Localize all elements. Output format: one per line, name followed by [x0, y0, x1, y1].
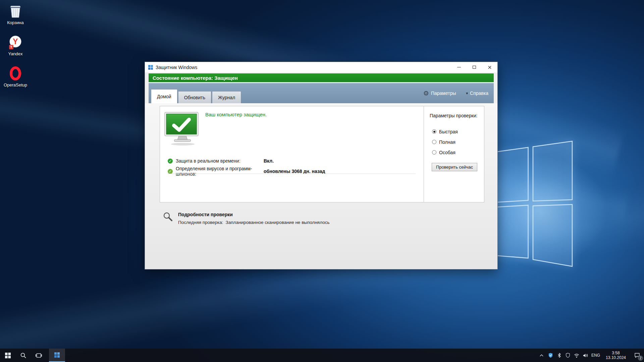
task-view-button[interactable] [31, 349, 46, 362]
windows-logo-wallpaper [494, 138, 573, 269]
scan-options-title: Параметры проверки: [430, 113, 481, 118]
check-circle-icon: ✓ [168, 159, 173, 164]
definitions-row: ✓ Определения вирусов и программ-шпионов… [168, 166, 416, 177]
tab-home[interactable]: Домой [151, 89, 177, 103]
radio-label: Особая [439, 150, 455, 155]
row-value: Вкл. [264, 158, 274, 164]
language-code: ENG [591, 353, 600, 358]
shield-outline-icon [566, 353, 570, 358]
tab-label: Журнал [218, 95, 235, 100]
clock-time: 3:58 [612, 351, 620, 355]
tray-defender-button[interactable] [564, 349, 572, 362]
system-tray: ENG 3:58 13.10.2024 2 [537, 349, 644, 362]
protection-rows: ✓ Защита в реальном времени: Вкл. ✓ Опре… [168, 158, 416, 179]
svg-text:Y: Y [10, 45, 12, 49]
radio-quick-scan[interactable]: Быстрая [432, 126, 481, 137]
radio-label: Быстрая [439, 129, 458, 134]
last-scan-value: Запланированное сканирование не выполнял… [226, 220, 330, 225]
windows-start-icon [5, 353, 11, 358]
minimize-button[interactable] [451, 62, 467, 72]
start-button[interactable] [0, 349, 15, 362]
tray-security-center-button[interactable] [546, 349, 555, 362]
notification-badge: 2 [638, 356, 643, 361]
chevron-down-icon: ▾ [466, 91, 468, 96]
radio-icon [432, 140, 436, 144]
radio-icon [432, 129, 436, 134]
window-title: Защитник Windows [156, 65, 197, 70]
titlebar[interactable]: Защитник Windows [145, 62, 497, 72]
taskbar-defender-app-button[interactable] [49, 349, 65, 362]
close-button[interactable] [482, 62, 497, 72]
settings-label: Параметры [431, 90, 456, 96]
row-label: Защита в реальном времени: [176, 158, 264, 164]
window-content: Ваш компьютер защищен. ✓ Защита в реальн… [145, 103, 497, 269]
radio-label: Полная [439, 139, 455, 145]
taskbar: ENG 3:58 13.10.2024 2 [0, 349, 644, 362]
wifi-icon [574, 353, 579, 358]
computer-protected-message: Ваш компьютер защищен. [205, 112, 267, 117]
definitions-status-icon: ✓ [168, 169, 173, 174]
desktop-icon-label: Корзина [1, 20, 30, 25]
gear-icon: ⚙ [423, 90, 429, 97]
defender-window: Защитник Windows Состояние компьютера: З… [145, 62, 498, 269]
desktop-icon-opera-setup[interactable]: OperaSetup [1, 65, 30, 87]
last-scan-line: Последняя проверка: Запланированное скан… [178, 220, 330, 225]
protection-status-text: Состояние компьютера: Защищен [153, 75, 238, 81]
protection-status-banner: Состояние компьютера: Защищен [149, 73, 494, 82]
desktop-icon-recycle-bin[interactable]: Корзина [1, 3, 30, 25]
help-label: Справка [470, 90, 488, 96]
status-pane: Ваш компьютер защищен. ✓ Защита в реальн… [160, 106, 424, 202]
desktop-icons: Корзина Y Y Yandex OperaSetup [1, 3, 32, 96]
tab-update[interactable]: Обновить [178, 91, 211, 103]
row-value: обновлены 3068 дн. назад [264, 169, 325, 174]
realtime-protection-row: ✓ Защита в реальном времени: Вкл. [168, 158, 416, 164]
desktop: Корзина Y Y Yandex OperaSetup [0, 0, 644, 362]
settings-menu-button[interactable]: ⚙ Параметры [423, 90, 456, 97]
search-icon [20, 353, 26, 358]
scan-now-button[interactable]: Проверить сейчас [432, 163, 477, 171]
protected-monitor-icon [164, 112, 200, 147]
recycle-bin-icon [1, 3, 30, 19]
svg-text:Y: Y [13, 37, 18, 46]
radio-icon [432, 150, 436, 155]
window-controls [451, 62, 497, 72]
security-shield-icon [548, 353, 553, 358]
taskbar-clock[interactable]: 3:58 13.10.2024 [602, 349, 630, 362]
scan-details-title: Подробности проверки [178, 212, 330, 217]
tray-network-button[interactable] [572, 349, 581, 362]
maximize-button[interactable] [467, 62, 482, 72]
action-center-button[interactable]: 2 [630, 349, 644, 362]
strip-actions: ⚙ Параметры ▾ Справка [423, 83, 488, 103]
opera-icon [1, 65, 30, 81]
tray-overflow-button[interactable] [537, 349, 546, 362]
language-indicator[interactable]: ENG [590, 349, 602, 362]
tab-strip: Домой Обновить Журнал ⚙ Параметры ▾ Спра… [149, 83, 494, 103]
defender-app-icon [148, 65, 153, 70]
scan-details-text: Подробности проверки Последняя проверка:… [178, 211, 330, 225]
scan-options-list: Быстрая Полная Особая [430, 126, 481, 158]
radio-full-scan[interactable]: Полная [432, 137, 481, 147]
radio-custom-scan[interactable]: Особая [432, 147, 481, 158]
desktop-icon-label: Yandex [1, 51, 30, 56]
divider [168, 174, 416, 174]
magnifier-icon [163, 211, 174, 225]
defender-app-icon [54, 352, 60, 358]
tray-bluetooth-button[interactable] [555, 349, 564, 362]
task-view-icon [36, 353, 42, 358]
row-label: Определения вирусов и программ-шпионов: [176, 166, 264, 177]
scan-options-pane: Параметры проверки: Быстрая Полная Ос [424, 106, 484, 202]
close-icon [488, 65, 492, 69]
tab-label: Домой [157, 94, 171, 99]
yandex-icon: Y Y [1, 34, 30, 50]
clock-date: 13.10.2024 [606, 355, 626, 360]
desktop-icon-yandex[interactable]: Y Y Yandex [1, 34, 30, 56]
status-panel: Ваш компьютер защищен. ✓ Защита в реальн… [160, 106, 484, 202]
help-menu-button[interactable]: ▾ Справка [466, 90, 488, 96]
last-scan-label: Последняя проверка: [178, 220, 223, 225]
desktop-icon-label: OperaSetup [1, 82, 30, 87]
tray-volume-button[interactable] [581, 349, 590, 362]
chevron-up-icon [540, 354, 543, 357]
tab-history[interactable]: Журнал [212, 91, 241, 103]
scan-details-section: Подробности проверки Последняя проверка:… [160, 211, 484, 225]
taskbar-search-button[interactable] [15, 349, 31, 362]
